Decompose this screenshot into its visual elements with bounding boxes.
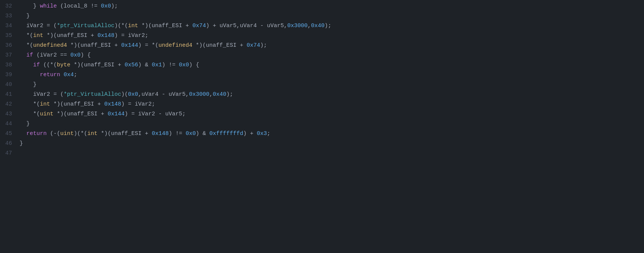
code-token: iVar2 = (	[20, 91, 64, 98]
code-token: ) &	[196, 130, 209, 137]
code-token: *)(unaff_ESI +	[53, 111, 108, 117]
code-token: ) !=	[169, 130, 186, 137]
code-token: 0x0	[70, 52, 81, 58]
line-content: iVar2 = (*ptr_VirtualAlloc)(0x0,uVar4 - …	[20, 90, 644, 99]
code-line: 33 }	[0, 11, 644, 21]
code-token: (-(	[47, 130, 60, 137]
code-token: ) = iVar2;	[114, 32, 148, 39]
code-token: 0x40	[213, 91, 226, 98]
code-token: uint	[40, 111, 53, 117]
code-token: 0x144	[121, 42, 138, 49]
line-number: 46	[0, 139, 20, 148]
code-line: 46}	[0, 139, 644, 149]
code-token: ) !=	[162, 62, 179, 68]
code-line: 42 *(int *)(unaff_ESI + 0x148) = iVar2;	[0, 100, 644, 109]
code-token: 0x0	[128, 91, 138, 98]
code-token: undefined4	[33, 42, 67, 49]
line-content: } while (local_8 != 0x0);	[20, 2, 644, 11]
line-content: *(int *)(unaff_ESI + 0x148) = iVar2;	[20, 100, 644, 109]
code-token: ) = *(	[138, 42, 158, 49]
code-token: 0x3000	[189, 91, 209, 98]
code-token: }	[20, 121, 30, 127]
line-content: }	[20, 80, 644, 89]
code-token: }	[20, 140, 23, 147]
code-token: if	[26, 52, 33, 58]
code-token: ) = iVar2;	[121, 101, 155, 107]
code-line: 41 iVar2 = (*ptr_VirtualAlloc)(0x0,uVar4…	[0, 90, 644, 100]
code-token: iVar2 = (	[20, 23, 57, 29]
code-token: 0x40	[311, 23, 324, 29]
code-line: 38 if ((*(byte *)(unaff_ESI + 0x56) & 0x…	[0, 60, 644, 70]
code-token: }	[20, 81, 37, 88]
code-line: 36 *(undefined4 *)(unaff_ESI + 0x144) = …	[0, 41, 644, 51]
code-token: int	[33, 32, 43, 39]
code-token: while	[40, 3, 57, 9]
code-token: uint	[60, 130, 74, 137]
code-token: 0x148	[97, 32, 114, 39]
code-token: *)(unaff_ESI +	[67, 42, 121, 49]
code-token: ,uVar4 - uVar5,	[138, 91, 189, 98]
code-token: ((*(	[40, 62, 57, 68]
code-token	[20, 52, 26, 58]
code-token	[20, 72, 40, 78]
code-token: );	[111, 3, 118, 9]
code-token: *)(unaff_ESI +	[97, 130, 152, 137]
line-number: 37	[0, 51, 20, 60]
code-token: 0x56	[125, 62, 138, 68]
code-token	[20, 130, 26, 137]
code-token: return	[26, 130, 47, 137]
code-token: )(	[121, 91, 128, 98]
code-token: *(	[20, 111, 40, 117]
code-token: undefined4	[158, 42, 192, 49]
code-line: 39 return 0x4;	[0, 70, 644, 80]
code-token: (iVar2 ==	[33, 52, 70, 58]
code-token: }	[20, 3, 40, 9]
code-token: 0xfffffffd	[209, 130, 243, 137]
line-number: 32	[0, 2, 20, 11]
line-content: iVar2 = (*ptr_VirtualAlloc)(*(int *)(una…	[20, 21, 644, 31]
code-line: 43 *(uint *)(unaff_ESI + 0x144) = iVar2 …	[0, 109, 644, 119]
code-token: *)(unaff_ESI +	[138, 23, 192, 29]
code-token	[20, 62, 33, 68]
line-content: *(int *)(unaff_ESI + 0x148) = iVar2;	[20, 31, 644, 40]
code-token: (local_8 !=	[57, 3, 101, 9]
line-number: 36	[0, 41, 20, 50]
code-token: int	[87, 130, 97, 137]
line-number: 35	[0, 31, 20, 40]
code-token: *)(unaff_ESI +	[192, 42, 247, 49]
code-token: byte	[57, 62, 70, 68]
line-number: 43	[0, 110, 20, 119]
code-line: 35 *(int *)(unaff_ESI + 0x148) = iVar2;	[0, 31, 644, 41]
code-token: *)(unaff_ESI +	[50, 101, 104, 107]
line-number: 47	[0, 149, 20, 158]
line-content	[20, 149, 644, 158]
code-token: ) {	[81, 52, 91, 58]
line-content: return (-(uint)(*(int *)(unaff_ESI + 0x1…	[20, 129, 644, 138]
line-content: if (iVar2 == 0x0) {	[20, 51, 644, 60]
code-token: ) {	[189, 62, 199, 68]
code-token: 0x4	[64, 72, 74, 78]
line-content: if ((*(byte *)(unaff_ESI + 0x56) & 0x1) …	[20, 61, 644, 70]
code-token: 0x3	[257, 130, 267, 137]
code-token: ,	[209, 91, 213, 98]
code-token: 0x0	[101, 3, 111, 9]
code-token: );	[226, 91, 233, 98]
code-token: if	[33, 62, 40, 68]
code-token: *)(unaff_ESI +	[43, 32, 97, 39]
code-token: 0x74	[192, 23, 206, 29]
code-token: ) + uVar5,uVar4 - uVar5,	[206, 23, 287, 29]
code-token: )(*(	[74, 130, 87, 137]
code-token: ) +	[243, 130, 257, 137]
line-number: 41	[0, 90, 20, 99]
line-number: 33	[0, 12, 20, 21]
code-token: }	[20, 13, 30, 19]
line-content: *(uint *)(unaff_ESI + 0x144) = iVar2 - u…	[20, 110, 644, 119]
code-token: return	[40, 72, 60, 78]
code-token: 0x74	[247, 42, 260, 49]
code-token: 0x148	[104, 101, 121, 107]
code-line: 37 if (iVar2 == 0x0) {	[0, 51, 644, 60]
code-token: *ptr_VirtualAlloc	[57, 23, 114, 29]
code-token: *(	[20, 101, 40, 107]
code-line: 47	[0, 149, 644, 158]
line-content: }	[20, 120, 644, 129]
